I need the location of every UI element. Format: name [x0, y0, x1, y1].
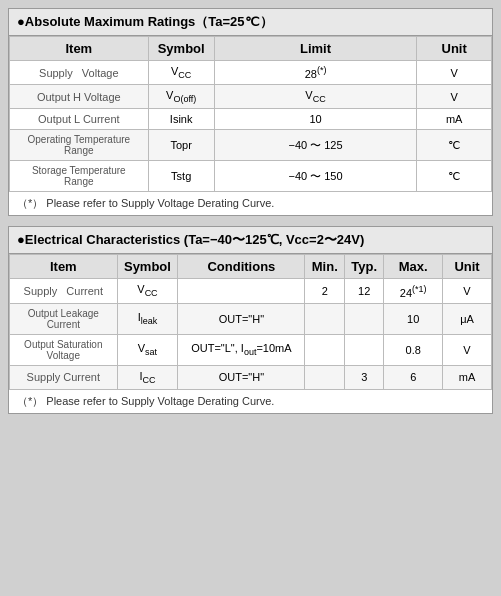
row5-item: Storage Temperature Range [10, 161, 149, 192]
ec-row3-typ [345, 334, 384, 365]
ec-row3-max: 0.8 [384, 334, 443, 365]
ec-row2-unit: μA [443, 303, 492, 334]
ec-row3-unit: V [443, 334, 492, 365]
section2-note: （*） Please refer to Supply Voltage Derat… [9, 390, 492, 413]
row2-symbol: VO(off) [148, 85, 214, 109]
table-row: Supply Current VCC 2 12 24(*1) V [10, 279, 492, 303]
row1-limit: 28(*) [214, 61, 417, 85]
absolute-max-table: Item Symbol Limit Unit Supply Voltage VC… [9, 36, 492, 192]
row5-unit: ℃ [417, 161, 492, 192]
ec-row4-max: 6 [384, 365, 443, 389]
row5-limit: −40 〜 150 [214, 161, 417, 192]
ec-row3-min [305, 334, 345, 365]
table-row: Storage Temperature Range Tstg −40 〜 150… [10, 161, 492, 192]
header-limit: Limit [214, 37, 417, 61]
header-unit: Unit [417, 37, 492, 61]
ec-row1-conditions [178, 279, 305, 303]
ec-row2-typ [345, 303, 384, 334]
table-row: Supply Voltage VCC 28(*) V [10, 61, 492, 85]
ec-header-conditions: Conditions [178, 255, 305, 279]
ec-header-item: Item [10, 255, 118, 279]
row3-symbol: Isink [148, 109, 214, 130]
row3-limit: 10 [214, 109, 417, 130]
row2-unit: V [417, 85, 492, 109]
ec-row4-min [305, 365, 345, 389]
row2-limit: VCC [214, 85, 417, 109]
electrical-characteristics-section: ●Electrical Characteristics (Ta=−40〜125℃… [8, 226, 493, 413]
table-row: Output Leakage Current Ileak OUT="H" 10 … [10, 303, 492, 334]
section1-title-text: ●Absolute Maximum Ratings（Ta=25℃） [17, 14, 273, 29]
row3-unit: mA [417, 109, 492, 130]
ec-row2-max: 10 [384, 303, 443, 334]
ec-row1-max: 24(*1) [384, 279, 443, 303]
row1-symbol: VCC [148, 61, 214, 85]
ec-header-typ: Typ. [345, 255, 384, 279]
ec-row2-item: Output Leakage Current [10, 303, 118, 334]
table-row: Operating Temperature Range Topr −40 〜 1… [10, 130, 492, 161]
row4-limit: −40 〜 125 [214, 130, 417, 161]
row2-item: Output H Voltage [10, 85, 149, 109]
ec-row1-symbol: VCC [117, 279, 178, 303]
ec-row2-min [305, 303, 345, 334]
ec-header-unit: Unit [443, 255, 492, 279]
ec-row3-conditions: OUT="L", Iout=10mA [178, 334, 305, 365]
electrical-table: Item Symbol Conditions Min. Typ. Max. Un… [9, 254, 492, 389]
row1-unit: V [417, 61, 492, 85]
row5-symbol: Tstg [148, 161, 214, 192]
ec-row1-typ: 12 [345, 279, 384, 303]
ec-row1-item: Supply Current [10, 279, 118, 303]
ec-row2-conditions: OUT="H" [178, 303, 305, 334]
section1-note: （*） Please refer to Supply Voltage Derat… [9, 192, 492, 215]
ec-row4-item: Supply Current [10, 365, 118, 389]
section2-title: ●Electrical Characteristics (Ta=−40〜125℃… [9, 227, 492, 254]
table-row: Output L Current Isink 10 mA [10, 109, 492, 130]
row4-item: Operating Temperature Range [10, 130, 149, 161]
row4-symbol: Topr [148, 130, 214, 161]
row1-item: Supply Voltage [10, 61, 149, 85]
ec-row4-symbol: ICC [117, 365, 178, 389]
ec-row2-symbol: Ileak [117, 303, 178, 334]
ec-header-max: Max. [384, 255, 443, 279]
header-item: Item [10, 37, 149, 61]
ec-row3-symbol: Vsat [117, 334, 178, 365]
ec-row4-conditions: OUT="H" [178, 365, 305, 389]
header-symbol: Symbol [148, 37, 214, 61]
section1-title: ●Absolute Maximum Ratings（Ta=25℃） [9, 9, 492, 36]
absolute-max-ratings-section: ●Absolute Maximum Ratings（Ta=25℃） Item S… [8, 8, 493, 216]
table-row: Output H Voltage VO(off) VCC V [10, 85, 492, 109]
table-row: Output Saturation Voltage Vsat OUT="L", … [10, 334, 492, 365]
ec-row1-unit: V [443, 279, 492, 303]
row4-unit: ℃ [417, 130, 492, 161]
ec-row4-typ: 3 [345, 365, 384, 389]
ec-row1-min: 2 [305, 279, 345, 303]
row3-item: Output L Current [10, 109, 149, 130]
ec-header-symbol: Symbol [117, 255, 178, 279]
ec-row4-unit: mA [443, 365, 492, 389]
table-row: Supply Current ICC OUT="H" 3 6 mA [10, 365, 492, 389]
ec-header-min: Min. [305, 255, 345, 279]
ec-row3-item: Output Saturation Voltage [10, 334, 118, 365]
